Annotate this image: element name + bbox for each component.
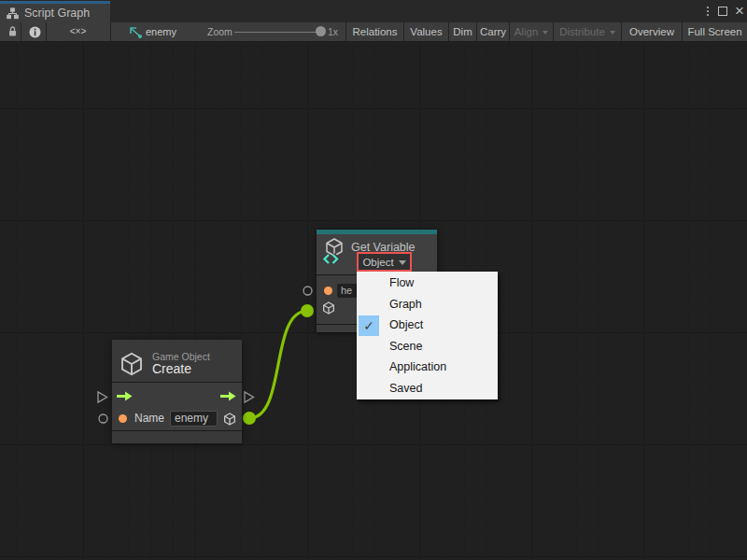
zoom-slider-knob[interactable] xyxy=(316,26,326,36)
create-name-row: Name enemy xyxy=(112,406,242,430)
tab-bar: Script Graph × xyxy=(0,0,747,22)
menu-item-saved[interactable]: Saved xyxy=(357,378,498,399)
graph-name-label: enemy xyxy=(146,22,176,41)
scope-label: Object xyxy=(362,257,393,268)
align-label: Align xyxy=(514,26,539,37)
name-input[interactable]: enemy xyxy=(170,411,218,427)
graph-asset-icon xyxy=(128,26,143,38)
variable-kind-menu: Flow Graph ✓ Object Scene Application Sa… xyxy=(357,272,498,399)
gameobject-input-cube-icon[interactable] xyxy=(321,301,336,315)
zoom-value: 1x xyxy=(328,22,338,41)
tab-script-graph[interactable]: Script Graph xyxy=(0,1,110,22)
flow-out-arrow-icon[interactable] xyxy=(219,391,236,401)
menu-item-graph[interactable]: Graph xyxy=(357,294,498,315)
menu-item-object-label: Object xyxy=(389,318,423,331)
variable-brackets-icon xyxy=(321,253,340,265)
node-game-object-create[interactable]: Game Object Create Name enemy xyxy=(112,340,242,443)
lock-icon[interactable] xyxy=(8,26,17,37)
graph-toolbar: <×> enemy Zoom 1x Relations Values Dim C… xyxy=(0,22,747,41)
script-graph-window: Script Graph × <×> enemy Zo xyxy=(0,0,747,560)
maximize-icon[interactable] xyxy=(718,7,727,16)
close-icon[interactable]: × xyxy=(735,4,744,19)
window-menu-icon[interactable] xyxy=(705,5,711,18)
values-button[interactable]: Values xyxy=(403,22,448,41)
fullscreen-button[interactable]: Full Screen xyxy=(682,22,747,41)
menu-item-object[interactable]: ✓ Object xyxy=(357,315,498,336)
name-port-dot[interactable] xyxy=(119,414,127,423)
create-node-footer xyxy=(112,430,242,443)
create-node-title: Create xyxy=(152,362,210,376)
menu-item-scene[interactable]: Scene xyxy=(357,336,498,357)
distribute-button[interactable]: Distribute xyxy=(553,22,621,41)
relations-button[interactable]: Relations xyxy=(345,22,403,41)
code-view-icon[interactable]: <×> xyxy=(46,22,110,41)
zoom-slider-track[interactable] xyxy=(234,32,320,33)
info-icon[interactable] xyxy=(29,26,41,38)
menu-item-application[interactable]: Application xyxy=(357,357,498,378)
create-flow-row xyxy=(112,383,242,406)
variable-name-port-dot[interactable] xyxy=(324,287,332,295)
game-object-cube-icon xyxy=(118,350,146,378)
check-icon: ✓ xyxy=(359,315,379,336)
scope-caret-icon xyxy=(399,260,406,265)
create-node-category: Game Object xyxy=(152,351,210,362)
get-variable-header[interactable]: Get Variable Object xyxy=(317,234,437,275)
dim-button[interactable]: Dim xyxy=(448,22,476,41)
align-button[interactable]: Align xyxy=(509,22,553,41)
create-node-header[interactable]: Game Object Create xyxy=(112,340,242,383)
check-glyph: ✓ xyxy=(363,318,374,333)
name-label: Name xyxy=(134,406,164,430)
script-graph-icon xyxy=(7,7,19,20)
zoom-label: Zoom xyxy=(207,22,233,41)
variable-scope-dropdown[interactable]: Object xyxy=(357,252,412,272)
distribute-label: Distribute xyxy=(559,26,605,37)
distribute-caret-icon xyxy=(610,31,615,35)
align-caret-icon xyxy=(543,31,548,35)
flow-in-arrow-icon[interactable] xyxy=(116,391,133,401)
carry-button[interactable]: Carry xyxy=(476,22,509,41)
gameobject-output-cube-icon[interactable] xyxy=(222,412,237,427)
tab-title: Script Graph xyxy=(24,7,90,20)
window-controls: × xyxy=(705,0,744,22)
overview-button[interactable]: Overview xyxy=(621,22,682,41)
menu-item-flow[interactable]: Flow xyxy=(357,273,498,294)
